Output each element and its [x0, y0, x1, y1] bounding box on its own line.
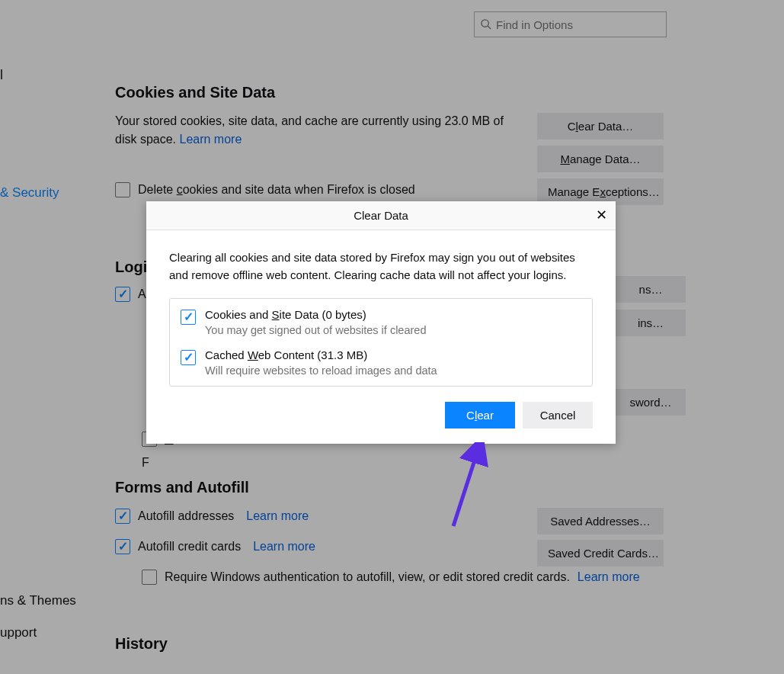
option-cookies-text: Cookies and Site Data (0 bytes) You may … — [205, 308, 426, 336]
option-cache-checkbox[interactable] — [181, 350, 196, 365]
option-cache-text: Cached Web Content (31.3 MB) Will requir… — [205, 348, 437, 377]
dialog-title: Clear Data — [354, 209, 408, 222]
dialog-options: Cookies and Site Data (0 bytes) You may … — [169, 298, 593, 387]
option-cookies-checkbox[interactable] — [181, 310, 196, 325]
option-cached-web-content: Cached Web Content (31.3 MB) Will requir… — [170, 345, 592, 386]
dialog-footer: Clear Cancel — [169, 402, 593, 428]
dialog-body: Clearing all cookies and site data store… — [146, 230, 616, 444]
option-cache-subtitle: Will require websites to reload images a… — [205, 364, 437, 377]
option-cookies-site-data: Cookies and Site Data (0 bytes) You may … — [170, 299, 592, 345]
options-page: l & Security ns & Themes upport Cookies … — [0, 0, 784, 674]
dialog-description: Clearing all cookies and site data store… — [169, 249, 593, 284]
option-cookies-title: Cookies and Site Data (0 bytes) — [205, 308, 426, 321]
clear-data-dialog: Clear Data ✕ Clearing all cookies and si… — [146, 201, 616, 444]
dialog-titlebar: Clear Data ✕ — [146, 201, 616, 230]
option-cache-title: Cached Web Content (31.3 MB) — [205, 348, 437, 361]
option-cookies-subtitle: You may get signed out of websites if cl… — [205, 324, 426, 336]
clear-button[interactable]: Clear — [445, 402, 515, 428]
cancel-button[interactable]: Cancel — [523, 402, 593, 428]
close-icon[interactable]: ✕ — [590, 204, 613, 226]
